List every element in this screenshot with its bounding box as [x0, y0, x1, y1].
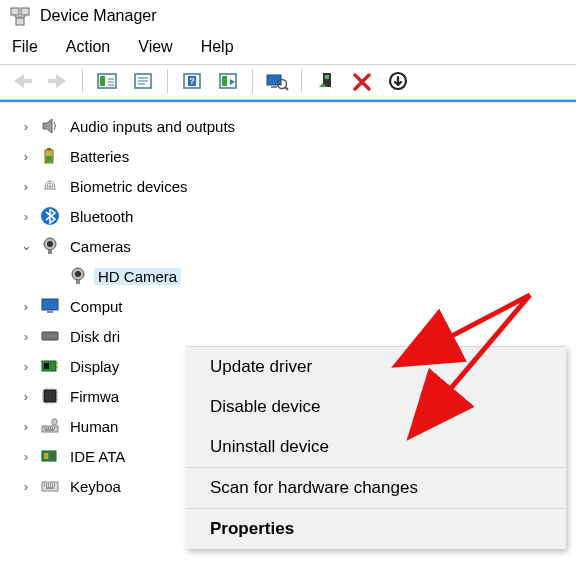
context-update-driver[interactable]: Update driver — [186, 347, 566, 387]
svg-rect-2 — [16, 18, 24, 25]
svg-rect-28 — [48, 250, 52, 254]
tree-label: Disk dri — [66, 328, 124, 345]
chevron-right-icon[interactable]: › — [18, 329, 34, 344]
battery-icon — [40, 146, 60, 166]
tree-label: Bluetooth — [66, 208, 137, 225]
properties-button[interactable] — [127, 67, 159, 95]
svg-rect-16 — [271, 86, 277, 88]
show-hide-console-button[interactable] — [91, 67, 123, 95]
tree-item-biometric[interactable]: › Biometric devices — [0, 171, 576, 201]
chevron-right-icon[interactable]: › — [18, 179, 34, 194]
context-scan-hardware[interactable]: Scan for hardware changes — [186, 468, 566, 508]
svg-rect-44 — [44, 453, 48, 459]
back-button — [6, 67, 38, 95]
tree-label: Biometric devices — [66, 178, 192, 195]
svg-rect-42 — [52, 419, 57, 425]
tree-label: Human — [66, 418, 122, 435]
chevron-right-icon[interactable]: › — [18, 449, 34, 464]
chevron-down-icon[interactable]: ⌄ — [18, 238, 34, 253]
svg-rect-40 — [44, 390, 56, 402]
context-uninstall-device[interactable]: Uninstall device — [186, 427, 566, 467]
tree-label: IDE ATA — [66, 448, 129, 465]
svg-rect-38 — [56, 362, 58, 364]
tree-item-cameras[interactable]: ⌄ Cameras — [0, 231, 576, 261]
ide-icon — [40, 446, 60, 466]
svg-rect-32 — [42, 299, 58, 310]
menu-view[interactable]: View — [138, 38, 172, 56]
tree-item-audio[interactable]: › Audio inputs and outputs — [0, 111, 576, 141]
chevron-right-icon[interactable]: › — [18, 479, 34, 494]
uninstall-device-button[interactable] — [346, 67, 378, 95]
context-menu: Update driver Disable device Uninstall d… — [186, 346, 566, 549]
display-adapter-icon — [40, 356, 60, 376]
chevron-right-icon[interactable]: › — [18, 209, 34, 224]
action-button[interactable] — [212, 67, 244, 95]
chip-icon — [40, 386, 60, 406]
speaker-icon — [40, 116, 60, 136]
svg-rect-39 — [56, 366, 58, 368]
toolbar-separator — [167, 69, 168, 93]
fingerprint-icon — [40, 176, 60, 196]
disable-button[interactable] — [382, 67, 414, 95]
help-button[interactable]: ? — [176, 67, 208, 95]
svg-rect-20 — [325, 75, 329, 79]
update-driver-button[interactable] — [310, 67, 342, 95]
menubar: File Action View Help — [0, 34, 576, 64]
tree-item-computer[interactable]: › Comput — [0, 291, 576, 321]
toolbar: ? — [0, 64, 576, 100]
svg-rect-41 — [42, 426, 58, 432]
menu-help[interactable]: Help — [201, 38, 234, 56]
svg-rect-0 — [11, 8, 19, 15]
monitor-icon — [40, 296, 60, 316]
chevron-right-icon[interactable]: › — [18, 149, 34, 164]
svg-rect-33 — [47, 311, 53, 313]
toolbar-separator — [82, 69, 83, 93]
tree-item-hd-camera[interactable]: HD Camera — [0, 261, 576, 291]
titlebar: Device Manager — [0, 0, 576, 34]
tree-label: Cameras — [66, 238, 135, 255]
camera-icon — [68, 266, 88, 286]
svg-rect-45 — [50, 453, 54, 459]
svg-rect-23 — [47, 148, 51, 150]
tree-label: Audio inputs and outputs — [66, 118, 239, 135]
tree-label: Keyboa — [66, 478, 125, 495]
keyboard-icon — [40, 476, 60, 496]
hid-icon — [40, 416, 60, 436]
tree-label: Comput — [66, 298, 127, 315]
forward-button — [42, 67, 74, 95]
svg-point-30 — [75, 271, 81, 277]
svg-point-35 — [54, 335, 56, 337]
menu-action[interactable]: Action — [66, 38, 110, 56]
chevron-right-icon[interactable]: › — [18, 119, 34, 134]
tree-label: HD Camera — [94, 268, 181, 285]
svg-text:?: ? — [189, 76, 195, 86]
chevron-right-icon[interactable]: › — [18, 359, 34, 374]
tree-label: Display — [66, 358, 123, 375]
toolbar-separator — [301, 69, 302, 93]
svg-rect-1 — [21, 8, 29, 15]
tree-label: Batteries — [66, 148, 133, 165]
bluetooth-icon — [40, 206, 60, 226]
camera-icon — [40, 236, 60, 256]
scan-hardware-button[interactable] — [261, 67, 293, 95]
chevron-right-icon[interactable]: › — [18, 419, 34, 434]
svg-rect-14 — [222, 76, 227, 86]
svg-point-27 — [47, 241, 53, 247]
menu-file[interactable]: File — [12, 38, 38, 56]
chevron-right-icon[interactable]: › — [18, 299, 34, 314]
tree-label: Firmwa — [66, 388, 123, 405]
tree-item-bluetooth[interactable]: › Bluetooth — [0, 201, 576, 231]
svg-rect-37 — [44, 363, 49, 369]
chevron-right-icon[interactable]: › — [18, 389, 34, 404]
window-title: Device Manager — [40, 7, 157, 25]
device-manager-icon — [10, 6, 30, 26]
tree-item-batteries[interactable]: › Batteries — [0, 141, 576, 171]
svg-rect-24 — [46, 156, 52, 162]
svg-rect-8 — [100, 76, 105, 86]
svg-line-18 — [285, 87, 288, 90]
context-disable-device[interactable]: Disable device — [186, 387, 566, 427]
svg-rect-31 — [76, 280, 80, 284]
context-properties[interactable]: Properties — [186, 509, 566, 549]
disk-icon — [40, 326, 60, 346]
toolbar-separator — [252, 69, 253, 93]
